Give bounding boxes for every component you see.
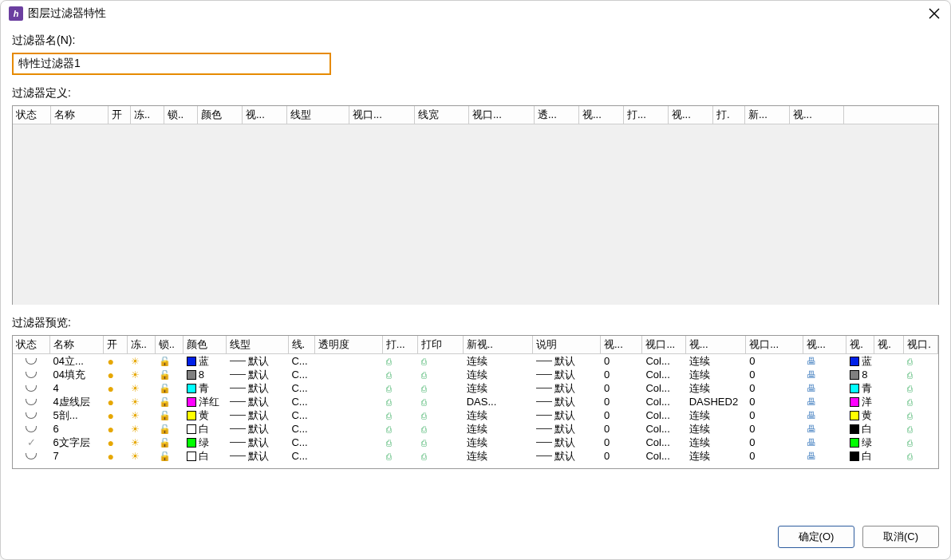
color-swatch [850,357,859,366]
definition-column-header[interactable]: 锁.. [164,106,198,124]
color-swatch [850,370,859,380]
lock-icon: 🔓 [159,384,171,393]
linetype-icon [230,415,246,416]
printer-icon: 🖶 [807,410,816,421]
table-row[interactable]: 04填充●☀🔓8默认C...⎙⎙连续默认0Col...连续0🖶8⎙ [13,368,938,381]
lock-icon: 🔓 [159,438,171,448]
lock-icon: 🔓 [159,370,171,380]
definition-column-header[interactable]: 开 [109,106,131,124]
preview-column-header[interactable]: 状态 [13,336,50,353]
viewport-icon: ⎙ [386,370,392,380]
definition-column-header[interactable]: 线型 [287,106,349,124]
preview-column-header[interactable]: 打... [383,336,419,353]
sun-icon: ☀ [131,438,140,448]
lightbulb-icon: ● [107,369,113,381]
lightbulb-icon: ● [107,424,113,435]
preview-column-header[interactable]: 冻.. [128,336,156,353]
layer-status-icon [26,426,37,432]
layer-status-icon [26,372,37,378]
layer-name: 4 [50,382,105,394]
printer-icon: 🖶 [807,451,816,462]
lock-icon: 🔓 [159,424,171,434]
preview-column-header[interactable]: 视... [601,336,642,353]
layer-name: 4虚线层 [50,395,105,409]
ok-button[interactable]: 确定(O) [778,526,854,548]
check-icon: ✓ [27,436,36,448]
definition-column-header[interactable]: 新... [745,106,790,124]
table-row[interactable]: 5剖...●☀🔓黄默认C...⎙⎙连续默认0Col...连续0🖶黄⎙ [13,408,938,422]
viewport-icon: ⎙ [907,452,913,461]
preview-column-header[interactable]: 视. [874,336,904,353]
preview-column-header[interactable]: 视口. [904,336,938,353]
table-row[interactable]: 4虚线层●☀🔓洋红默认C...⎙⎙DAS...默认0Col...DASHED20… [13,395,938,408]
definition-grid-header: 状态名称开冻..锁..颜色视...线型视口...线宽视口...透...视...打… [13,106,938,124]
preview-column-header[interactable]: 视... [803,336,846,353]
definition-column-header[interactable]: 颜色 [198,106,243,124]
dialog-window: h 图层过滤器特性 过滤器名(N): 过滤器定义: 状态名称开冻..锁..颜色视… [0,0,951,560]
definition-column-header[interactable]: 视... [579,106,624,124]
definition-column-header[interactable]: 透... [535,106,579,124]
table-row[interactable]: ✓6文字层●☀🔓绿默认C...⎙⎙连续默认0Col...连续0🖶绿⎙ [13,436,938,449]
lock-icon: 🔓 [159,357,171,366]
viewport-icon: ⎙ [421,424,427,434]
preview-column-header[interactable]: 开 [104,336,127,353]
printer-icon: 🖶 [807,424,816,435]
preview-column-header[interactable]: 视. [846,336,874,353]
preview-column-header[interactable]: 视口... [642,336,685,353]
linetype-icon [230,388,246,388]
filter-name-label: 过滤器名(N): [12,34,939,48]
color-swatch [850,452,859,461]
filter-preview-grid[interactable]: 状态名称开冻..锁..颜色线型线.透明度打...打印新视..说明视...视口..… [12,335,939,469]
definition-column-header[interactable]: 打... [624,106,669,124]
definition-column-header[interactable]: 名称 [51,106,109,124]
lightbulb-icon: ● [107,437,113,448]
definition-column-header[interactable]: 冻.. [131,106,164,124]
preview-column-header[interactable]: 线. [289,336,315,353]
preview-grid-header: 状态名称开冻..锁..颜色线型线.透明度打...打印新视..说明视...视口..… [13,336,938,354]
close-icon [929,8,940,19]
definition-column-header[interactable]: 打. [713,106,745,124]
preview-column-header[interactable]: 名称 [50,336,105,353]
viewport-icon: ⎙ [421,452,427,461]
table-row[interactable]: 7●☀🔓白默认C...⎙⎙连续默认0Col...连续0🖶白⎙ [13,449,938,463]
definition-column-header[interactable]: 视... [243,106,287,124]
preview-column-header[interactable]: 颜色 [183,336,227,353]
preview-column-header[interactable]: 视口... [746,336,803,353]
color-swatch [187,370,196,380]
filter-definition-label: 过滤器定义: [12,86,939,101]
viewport-icon: ⎙ [386,438,392,448]
preview-column-header[interactable]: 打印 [418,336,463,353]
layer-status-icon [26,399,37,405]
definition-column-header[interactable]: 线宽 [415,106,469,124]
filter-definition-section: 过滤器定义: 状态名称开冻..锁..颜色视...线型视口...线宽视口...透.… [12,86,939,305]
viewport-icon: ⎙ [386,411,392,420]
definition-column-header[interactable]: 视... [790,106,844,124]
preview-column-header[interactable]: 视... [686,336,747,353]
layer-name: 5剖... [50,408,105,423]
viewport-icon: ⎙ [907,384,913,393]
preview-column-header[interactable]: 线型 [227,336,288,353]
color-swatch [187,452,196,461]
linetype-icon [230,374,246,375]
filter-name-input[interactable] [12,53,331,75]
definition-column-header[interactable]: 视口... [349,106,415,124]
table-row[interactable]: 6●☀🔓白默认C...⎙⎙连续默认0Col...连续0🖶白⎙ [13,422,938,436]
close-button[interactable] [926,6,942,22]
table-row[interactable]: 4●☀🔓青默认C...⎙⎙连续默认0Col...连续0🖶青⎙ [13,381,938,395]
definition-column-header[interactable]: 视口... [469,106,535,124]
cancel-button[interactable]: 取消(C) [862,526,939,548]
lock-icon: 🔓 [159,452,171,461]
preview-column-header[interactable]: 新视.. [464,336,533,353]
color-swatch [187,424,196,434]
lineweight-icon [536,428,552,429]
preview-column-header[interactable]: 透明度 [315,336,383,353]
definition-column-header[interactable]: 视... [669,106,713,124]
viewport-icon: ⎙ [421,370,427,380]
dialog-content: 过滤器名(N): 过滤器定义: 状态名称开冻..锁..颜色视...线型视口...… [1,27,950,523]
table-row[interactable]: 04立...●☀🔓蓝默认C...⎙⎙连续默认0Col...连续0🖶蓝⎙ [13,354,938,368]
linetype-icon [230,442,246,443]
definition-column-header[interactable]: 状态 [13,106,51,124]
preview-column-header[interactable]: 说明 [533,336,601,353]
filter-definition-grid[interactable]: 状态名称开冻..锁..颜色视...线型视口...线宽视口...透...视...打… [12,105,939,305]
preview-column-header[interactable]: 锁.. [156,336,183,353]
